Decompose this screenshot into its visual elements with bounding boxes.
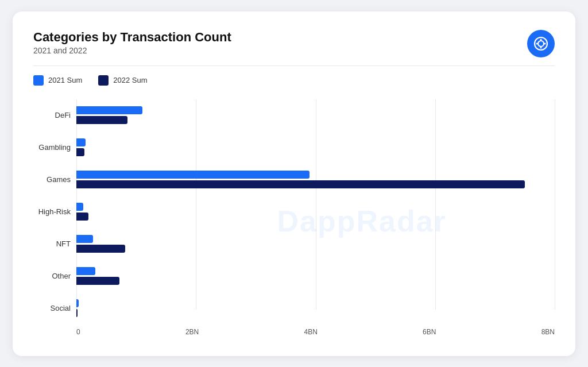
bar-wrap-2021 bbox=[76, 235, 555, 243]
y-label-text: NFT bbox=[56, 239, 71, 248]
bar-wrap-2022 bbox=[76, 245, 555, 253]
y-label-row: High-Risk bbox=[33, 196, 76, 228]
bar-wrap-2021 bbox=[76, 203, 555, 211]
bar-wrap-2021 bbox=[76, 106, 555, 114]
logo-icon bbox=[527, 30, 555, 57]
bar-group bbox=[76, 260, 555, 292]
bar-2021 bbox=[76, 203, 83, 211]
y-label-row: NFT bbox=[33, 228, 76, 260]
bar-wrap-2021 bbox=[76, 299, 555, 307]
svg-point-1 bbox=[538, 41, 544, 47]
header-divider bbox=[33, 65, 555, 66]
legend-color-2022 bbox=[98, 75, 109, 86]
legend-color-2021 bbox=[33, 75, 44, 86]
bar-2021 bbox=[76, 171, 310, 179]
bar-2022 bbox=[76, 148, 84, 156]
bar-group bbox=[76, 196, 555, 228]
bar-wrap-2022 bbox=[76, 116, 555, 124]
bar-wrap-2021 bbox=[76, 267, 555, 275]
svg-point-2 bbox=[540, 38, 542, 40]
bar-wrap-2021 bbox=[76, 171, 555, 179]
bar-wrap-2022 bbox=[76, 180, 555, 188]
chart-header: Categories by Transaction Count 2021 and… bbox=[33, 30, 555, 57]
legend-item-2021: 2021 Sum bbox=[33, 75, 82, 86]
y-label-text: Other bbox=[52, 272, 71, 280]
x-axis-label: 0 bbox=[76, 328, 80, 336]
bar-group bbox=[76, 292, 555, 324]
bar-2022 bbox=[76, 309, 78, 317]
y-label-text: High-Risk bbox=[38, 207, 71, 216]
bar-wrap-2021 bbox=[76, 138, 555, 146]
svg-point-4 bbox=[540, 47, 542, 48]
bar-2022 bbox=[76, 116, 127, 124]
bars-container bbox=[76, 99, 555, 324]
chart-subtitle: 2021 and 2022 bbox=[33, 46, 231, 55]
x-axis-label: 4BN bbox=[304, 328, 318, 336]
x-axis-label: 2BN bbox=[185, 328, 199, 336]
y-label-row: DeFi bbox=[33, 99, 76, 132]
legend-label-2022: 2022 Sum bbox=[113, 76, 147, 84]
bar-wrap-2022 bbox=[76, 148, 555, 156]
y-label-text: Games bbox=[47, 175, 71, 184]
bar-2021 bbox=[76, 299, 79, 307]
svg-point-3 bbox=[544, 43, 546, 44]
legend-label-2021: 2021 Sum bbox=[48, 76, 82, 84]
bar-2021 bbox=[76, 106, 142, 114]
bar-2022 bbox=[76, 213, 88, 221]
chart-area: DeFiGamblingGamesHigh-RiskNFTOtherSocial bbox=[33, 99, 555, 324]
y-label-text: DeFi bbox=[55, 111, 71, 119]
x-axis-label: 8BN bbox=[541, 328, 555, 336]
bar-2022 bbox=[76, 277, 119, 285]
y-axis-labels: DeFiGamblingGamesHigh-RiskNFTOtherSocial bbox=[33, 99, 76, 324]
bar-wrap-2022 bbox=[76, 309, 555, 317]
y-label-row: Social bbox=[33, 292, 76, 324]
y-label-row: Games bbox=[33, 164, 76, 196]
logo-svg bbox=[533, 36, 549, 52]
legend: 2021 Sum 2022 Sum bbox=[33, 75, 555, 86]
bar-2022 bbox=[76, 180, 525, 188]
bar-2021 bbox=[76, 267, 95, 275]
y-label-text: Social bbox=[51, 304, 71, 312]
y-label-text: Gambling bbox=[38, 143, 71, 152]
grid-line bbox=[555, 99, 555, 310]
legend-item-2022: 2022 Sum bbox=[98, 75, 147, 86]
x-axis: 02BN4BN6BN8BN bbox=[76, 328, 555, 336]
bar-groups bbox=[76, 99, 555, 324]
bar-2021 bbox=[76, 235, 93, 243]
bar-group bbox=[76, 228, 555, 260]
bar-wrap-2022 bbox=[76, 213, 555, 221]
title-block: Categories by Transaction Count 2021 and… bbox=[33, 30, 231, 55]
bar-group bbox=[76, 164, 555, 196]
x-axis-label: 6BN bbox=[423, 328, 436, 336]
svg-point-5 bbox=[536, 43, 538, 44]
bar-group bbox=[76, 132, 555, 164]
bar-wrap-2022 bbox=[76, 277, 555, 285]
bar-2021 bbox=[76, 138, 86, 146]
chart-card: Categories by Transaction Count 2021 and… bbox=[13, 11, 575, 356]
bar-group bbox=[76, 99, 555, 132]
y-label-row: Other bbox=[33, 260, 76, 292]
chart-title: Categories by Transaction Count bbox=[33, 30, 231, 45]
y-label-row: Gambling bbox=[33, 132, 76, 164]
bar-2022 bbox=[76, 245, 125, 253]
